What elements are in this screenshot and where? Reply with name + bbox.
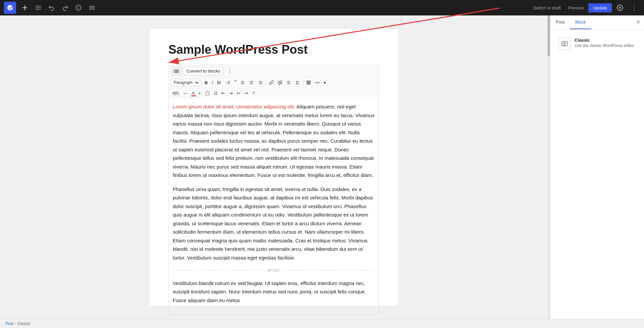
paste-button[interactable]: 📋 [203,90,212,97]
settings-button[interactable] [614,2,626,14]
editor-scrollbar[interactable] [547,15,550,319]
main-layout: Sample WordPress Post Convert to blocks … [0,15,644,319]
text-color-dropdown[interactable]: ▾ [197,91,202,96]
block-classic-item[interactable]: Classic Use the classic WordPress editor… [556,35,639,52]
toolbar-right: Switch to draft Preview Update ⋮ [530,2,640,14]
tab-block[interactable]: Block [570,15,591,29]
list-view-button[interactable] [86,2,98,14]
classic-block-topbar: Convert to blocks ⋮ [169,65,379,77]
sidebar-header: Post Block × [550,15,644,30]
wp-logo [4,2,16,14]
redo2-button[interactable]: ↪ [243,90,250,97]
paragraph-1: Lorem ipsum dolor sit amet, consectetur … [173,102,375,180]
top-toolbar: Switch to draft Preview Update ⋮ [0,0,644,15]
more-divider: MORE [173,267,375,274]
add-button[interactable] [19,2,31,14]
indent2-button[interactable]: ⇥ [227,90,234,97]
indent-button[interactable] [285,79,293,86]
paragraph-1-red: Lorem ipsum dolor sit amet, consectetur … [173,104,295,109]
info-button[interactable] [72,2,85,14]
undo2-button[interactable]: ↩ [235,90,242,97]
ul-button[interactable] [215,79,223,86]
italic-button[interactable]: I [210,79,215,86]
paragraph-2: Phasellus urna quam, fringilla in egesta… [173,185,375,262]
editor-content: Sample WordPress Post Convert to blocks … [150,29,398,306]
bold-button[interactable]: B [203,79,209,86]
more-divider-line-right [283,270,375,271]
sidebar-body: Classic Use the classic WordPress editor… [550,30,644,319]
special-char-button[interactable]: Ω [212,90,219,97]
breadcrumb-post[interactable]: Post [5,321,13,326]
svg-point-16 [217,82,218,83]
svg-point-17 [217,84,218,84]
convert-to-blocks-button[interactable]: Convert to blocks [183,67,224,75]
link-button[interactable] [267,79,275,86]
text-color-button[interactable]: A [190,90,197,97]
block-classic-title: Classic [575,38,635,43]
align-center-button[interactable] [248,79,256,86]
svg-point-15 [217,81,218,82]
unlink-button[interactable] [276,79,284,86]
toolbar-sep-3 [303,80,303,86]
outdent2-button[interactable]: ⇤ [220,90,227,97]
toolbar-left [4,2,98,14]
outdent-button[interactable] [293,79,302,86]
preview-button[interactable]: Preview [566,3,586,12]
more-label: MORE [268,267,280,274]
editor-scrollbar-thumb [547,15,550,56]
editor-body[interactable]: Lorem ipsum dolor sit amet, consectetur … [169,98,379,314]
block-info: Classic Use the classic WordPress editor… [575,38,635,48]
classic-block-icon [558,38,571,50]
hr-button[interactable]: — [182,90,190,97]
help-button[interactable]: ? [251,90,256,97]
tab-post[interactable]: Post [550,15,570,29]
switch-draft-button[interactable]: Switch to draft [530,3,563,12]
svg-rect-6 [174,70,178,73]
classic-block: Convert to blocks ⋮ Paragraph B I 123 [168,65,379,314]
sidebar-close-button[interactable]: × [632,16,644,29]
paragraph-1-rest: Aliquam posuere, nisl eget vulputate lac… [173,104,375,178]
tinymce-toolbar-1: Paragraph B I 123 " [169,77,379,88]
abc-button[interactable]: ABC [171,90,181,96]
breadcrumb-separator: › [15,321,16,326]
editor-area[interactable]: Sample WordPress Post Convert to blocks … [0,15,547,319]
block-classic-desc: Use the classic WordPress editor. [575,43,635,48]
align-right-button[interactable] [256,79,264,86]
more-divider-line-left [173,270,265,271]
table-button[interactable] [305,79,313,86]
breadcrumb-bar: Post › Classic [0,319,644,328]
align-left-button[interactable] [239,79,247,86]
blockquote-button[interactable]: " [233,79,238,87]
format-select[interactable]: Paragraph [171,79,200,86]
redo-button[interactable] [59,2,71,14]
tinymce-toolbar-2: ABC — A ▾ 📋 Ω ⇤ ⇥ ↩ ↪ ? [169,88,379,98]
ol-button[interactable]: 123 [224,79,232,86]
toolbar-sep-2 [266,80,266,86]
svg-text:3: 3 [226,83,227,85]
breadcrumb-classic: Classic [17,321,31,326]
post-title[interactable]: Sample WordPress Post [168,42,379,57]
sidebar: Post Block × Classic Use the classic Wor… [550,15,644,319]
more-options-button[interactable]: ⋮ [628,2,640,14]
classic-keyboard-icon-btn[interactable] [171,67,181,76]
toolbar-sep-1 [201,80,202,86]
svg-rect-38 [307,81,310,85]
update-button[interactable]: Update [588,3,612,12]
tools-button[interactable] [32,2,44,14]
undo-button[interactable] [46,2,58,14]
paragraph-3: Vestibulum blandit rutrum ex sed feugiat… [173,279,375,305]
code-button[interactable]: <> [313,79,321,86]
classic-more-btn[interactable]: ⋮ [225,66,234,76]
toolbar-expand-button[interactable]: ▾ [322,79,328,86]
